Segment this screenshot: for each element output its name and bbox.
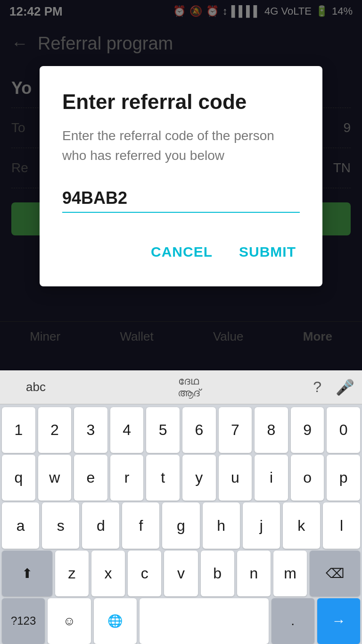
shift-icon: ⬆: [22, 566, 33, 581]
shift-key[interactable]: ⬆: [2, 551, 52, 596]
keyboard-number-row: 1 2 3 4 5 6 7 8 9 0: [2, 407, 360, 453]
key-o[interactable]: o: [291, 455, 324, 501]
key-s[interactable]: s: [42, 502, 79, 548]
key-k[interactable]: k: [283, 502, 320, 548]
keyboard-help-icon[interactable]: ?: [313, 378, 321, 396]
key-c[interactable]: c: [128, 551, 161, 596]
key-i[interactable]: i: [255, 455, 288, 501]
key-0[interactable]: 0: [327, 407, 360, 453]
key-d[interactable]: d: [82, 502, 119, 548]
key-q[interactable]: q: [2, 455, 35, 501]
key-z[interactable]: z: [55, 551, 89, 596]
key-n[interactable]: n: [237, 551, 271, 596]
key-b[interactable]: b: [201, 551, 234, 596]
keyboard-qwerty-row: q w e r t y u i o p: [2, 455, 360, 501]
key-8[interactable]: 8: [255, 407, 288, 453]
numbers-key[interactable]: ?123: [2, 598, 45, 644]
key-p[interactable]: p: [327, 455, 360, 501]
key-t[interactable]: t: [146, 455, 180, 501]
globe-key[interactable]: 🌐: [94, 598, 137, 644]
key-w[interactable]: w: [38, 455, 72, 501]
enter-key[interactable]: →: [317, 598, 360, 644]
keyboard-top-icons: ? 🎤: [313, 378, 354, 396]
keyboard: abc ദേഥആദ് ? 🎤 1 2 3 4 5 6 7 8 9 0 q w e…: [0, 370, 362, 644]
key-6[interactable]: 6: [182, 407, 216, 453]
keyboard-asdf-row: a s d f g h j k l: [2, 502, 360, 548]
key-r[interactable]: r: [110, 455, 144, 501]
key-v[interactable]: v: [164, 551, 197, 596]
dialog-title: Enter referral code: [62, 90, 300, 115]
keyboard-top-bar: abc ദേഥആദ് ? 🎤: [0, 370, 362, 404]
dialog-description: Enter the referral code of the person wh…: [62, 126, 300, 166]
key-a[interactable]: a: [2, 502, 39, 548]
keyboard-zxcv-row: ⬆ z x c v b n m ⌫: [2, 551, 360, 596]
delete-key[interactable]: ⌫: [310, 551, 360, 596]
key-j[interactable]: j: [243, 502, 280, 548]
dialog-actions: CANCEL SUBMIT: [62, 236, 300, 268]
key-7[interactable]: 7: [219, 407, 252, 453]
keyboard-rows: 1 2 3 4 5 6 7 8 9 0 q w e r t y u i o p …: [0, 404, 362, 644]
key-m[interactable]: m: [273, 551, 307, 596]
key-x[interactable]: x: [91, 551, 125, 596]
submit-button[interactable]: SUBMIT: [235, 236, 300, 268]
key-4[interactable]: 4: [110, 407, 144, 453]
keyboard-bottom-row: ?123 ☺ 🌐 . →: [2, 598, 360, 644]
key-g[interactable]: g: [162, 502, 199, 548]
key-h[interactable]: h: [203, 502, 240, 548]
keyboard-mic-icon[interactable]: 🎤: [336, 378, 354, 396]
key-2[interactable]: 2: [38, 407, 72, 453]
key-l[interactable]: l: [323, 502, 360, 548]
referral-code-input[interactable]: [62, 184, 300, 213]
keyboard-abc-label: abc: [8, 380, 64, 394]
referral-dialog: Enter referral code Enter the referral c…: [40, 66, 322, 286]
emoji-key[interactable]: ☺: [48, 598, 90, 644]
key-f[interactable]: f: [122, 502, 159, 548]
key-5[interactable]: 5: [146, 407, 180, 453]
keyboard-lang-label: ദേഥആദ്: [64, 376, 313, 398]
dialog-input-wrapper[interactable]: [62, 184, 300, 213]
key-u[interactable]: u: [219, 455, 252, 501]
key-1[interactable]: 1: [2, 407, 35, 453]
period-key[interactable]: .: [272, 598, 314, 644]
cancel-button[interactable]: CANCEL: [147, 236, 216, 268]
key-3[interactable]: 3: [74, 407, 107, 453]
key-9[interactable]: 9: [291, 407, 324, 453]
key-y[interactable]: y: [182, 455, 216, 501]
space-key[interactable]: [140, 598, 269, 644]
key-e[interactable]: e: [74, 455, 107, 501]
